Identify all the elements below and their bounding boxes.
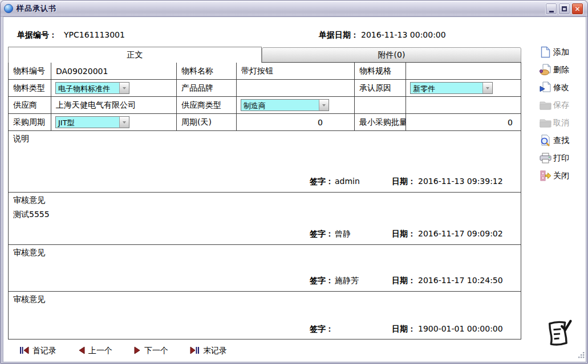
review-section-3: 审核意见 签字： 日期： 1900-01-01 00:00:00 <box>9 292 521 340</box>
signer-name: 曾静 <box>335 229 351 239</box>
signer-name: admin <box>335 177 360 186</box>
next-record-button[interactable]: 下一个 <box>134 346 168 356</box>
material-code-label: 物料编号 <box>9 63 51 79</box>
sign-label: 签字： <box>310 177 334 187</box>
date-value: 1900-01-01 00:00:00 <box>418 324 503 333</box>
window-close-button[interactable]: ✕ <box>571 3 583 15</box>
search-icon <box>540 134 551 146</box>
supplier-type-select[interactable]: 制造商 <box>241 99 329 111</box>
modify-button[interactable]: 修改 <box>540 79 584 96</box>
purchase-cycle-select[interactable]: JIT型 <box>55 116 129 128</box>
section-title: 审核意见 <box>13 248 516 258</box>
min-purchase-qty-label: 最小采购批量 <box>355 114 406 130</box>
form-row-1: 物料编号 DA09020001 物料名称 带灯按钮 物料规格 <box>9 63 521 80</box>
save-folder-icon <box>540 99 551 111</box>
tab-attachments[interactable]: 附件(0) <box>262 47 521 63</box>
document-check-logo <box>545 319 574 351</box>
date-label: 日期： <box>392 276 416 286</box>
maximize-button[interactable] <box>558 3 570 15</box>
date-label: 日期： <box>392 229 416 239</box>
review-section-1: 审核意见 测试5555 签字： 曾静 日期： 2016-11-17 09:09:… <box>9 193 521 245</box>
close-button[interactable]: 关闭 <box>540 167 584 185</box>
supplier-label: 供应商 <box>9 97 51 113</box>
cancel-folder-icon <box>540 117 551 129</box>
chevron-down-icon[interactable] <box>119 83 129 93</box>
date-value: 2016-11-17 10:24:50 <box>418 276 503 285</box>
print-button[interactable]: 打印 <box>540 149 584 167</box>
maximize-icon <box>562 6 567 11</box>
close-icon: ✕ <box>574 5 580 13</box>
minimize-button[interactable] <box>545 3 557 15</box>
review-section-2: 审核意见 签字： 施静芳 日期： 2016-11-17 10:24:50 <box>9 245 521 292</box>
description-section: 说明 签字： admin 日期： 2016-11-13 09:39:12 <box>9 131 521 193</box>
sign-label: 签字： <box>310 324 334 334</box>
product-brand-label: 产品品牌 <box>177 80 237 96</box>
material-name-label: 物料名称 <box>177 63 237 79</box>
date-value: 2016-11-13 09:39:12 <box>418 177 503 186</box>
edit-document-icon <box>540 81 551 93</box>
add-document-icon <box>540 46 551 58</box>
supplier-type-label: 供应商类型 <box>177 97 237 113</box>
form-table: 物料编号 DA09020001 物料名称 带灯按钮 物料规格 物料类型 电子物料… <box>8 62 521 340</box>
minimize-icon <box>549 11 554 13</box>
close-exit-icon <box>540 170 551 182</box>
blank-value <box>406 97 521 113</box>
cycle-days-label: 周期(天) <box>177 114 237 130</box>
first-record-button[interactable]: 首记录 <box>19 346 56 356</box>
previous-record-icon <box>78 346 85 356</box>
app-window: 样品承认书 ✕ 单据编号： YPC161113001 单据日期： 2016-11… <box>0 0 588 364</box>
last-record-icon <box>190 346 200 356</box>
min-purchase-qty-value: 0 <box>406 114 521 130</box>
app-icon <box>4 4 13 13</box>
product-brand-value <box>237 80 355 96</box>
first-record-icon <box>19 346 29 356</box>
form-row-4: 采购周期 JIT型 周期(天) 0 最小采购批量 0 <box>9 114 521 131</box>
material-type-select[interactable]: 电子物料标准件 <box>55 82 129 94</box>
section-title: 审核意见 <box>13 295 516 305</box>
add-button[interactable]: 添加 <box>540 43 584 61</box>
sign-label: 签字： <box>310 229 334 239</box>
delete-document-icon <box>540 64 551 76</box>
cycle-days-value: 0 <box>237 114 355 130</box>
last-record-button[interactable]: 末记录 <box>190 346 227 356</box>
section-title: 说明 <box>13 134 516 144</box>
next-record-icon <box>134 346 141 356</box>
material-code-value: DA09020001 <box>51 63 177 79</box>
date-label: 日期： <box>392 324 416 334</box>
purchase-cycle-label: 采购周期 <box>9 114 51 130</box>
signer-name: 施静芳 <box>335 276 359 286</box>
save-button: 保存 <box>540 96 584 114</box>
approval-reason-select[interactable]: 新零件 <box>410 82 493 94</box>
doc-no-value: YPC161113001 <box>64 30 125 39</box>
blank-label <box>355 97 406 113</box>
doc-date-label: 单据日期： <box>319 30 359 40</box>
section-title: 审核意见 <box>13 195 516 206</box>
cancel-button: 取消 <box>540 114 584 132</box>
doc-no-label: 单据编号： <box>17 30 57 40</box>
section-content: 测试5555 <box>13 210 516 220</box>
material-spec-label: 物料规格 <box>355 63 406 79</box>
supplier-value: 上海天健电气有限公司 <box>51 97 177 113</box>
title-bar[interactable]: 样品承认书 <box>1 1 587 17</box>
material-name-value: 带灯按钮 <box>237 63 355 79</box>
tab-main[interactable]: 正文 <box>8 47 262 63</box>
delete-button[interactable]: 删除 <box>540 61 584 79</box>
chevron-down-icon[interactable] <box>482 83 492 93</box>
material-spec-value <box>406 63 521 79</box>
date-label: 日期： <box>392 177 416 187</box>
sign-label: 签字： <box>310 276 334 286</box>
date-value: 2016-11-17 09:09:02 <box>418 229 503 238</box>
window-title: 样品承认书 <box>17 3 56 14</box>
chevron-down-icon[interactable] <box>119 117 129 128</box>
find-button[interactable]: 查找 <box>540 132 584 149</box>
doc-date-value: 2016-11-13 00:00:00 <box>361 30 446 39</box>
previous-record-button[interactable]: 上一个 <box>78 346 112 356</box>
form-row-2: 物料类型 电子物料标准件 产品品牌 承认原因 新零件 <box>9 80 521 97</box>
record-nav: 首记录 上一个 下一个 末记录 <box>19 346 227 356</box>
printer-icon <box>540 152 551 164</box>
chevron-down-icon[interactable] <box>319 100 329 111</box>
material-type-label: 物料类型 <box>9 80 51 96</box>
resize-grip[interactable] <box>577 350 585 361</box>
approval-reason-label: 承认原因 <box>355 80 406 96</box>
client-area: 单据编号： YPC161113001 单据日期： 2016-11-13 00:0… <box>3 17 586 362</box>
